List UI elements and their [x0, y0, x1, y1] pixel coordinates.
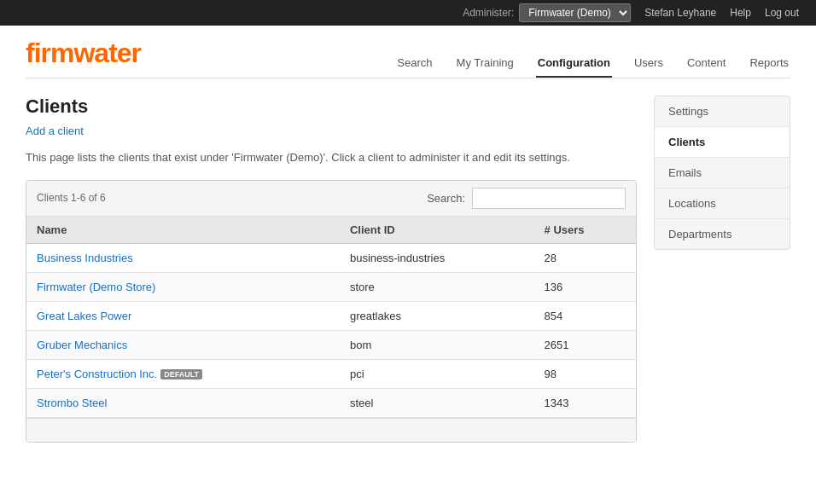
- client-users-cell: 28: [534, 243, 636, 272]
- page-title: Clients: [26, 96, 637, 118]
- administer-label: Administer:: [463, 7, 514, 19]
- nav-item-configuration[interactable]: Configuration: [536, 49, 612, 78]
- nav-item-users[interactable]: Users: [632, 49, 665, 78]
- client-name-cell: Gruber Mechanics: [26, 330, 340, 359]
- client-link[interactable]: Great Lakes Power: [37, 310, 131, 322]
- table-toolbar: Clients 1-6 of 6 Search:: [26, 181, 636, 217]
- table-row: Gruber Mechanicsbom2651: [26, 330, 636, 359]
- clients-table-container: Clients 1-6 of 6 Search: NameClient ID# …: [26, 180, 637, 443]
- client-id-cell: bom: [340, 330, 534, 359]
- table-head: NameClient ID# Users: [26, 217, 636, 244]
- client-users-cell: 1343: [534, 388, 636, 417]
- client-id-cell: pci: [340, 359, 534, 388]
- sidebar-item-locations[interactable]: Locations: [655, 188, 790, 219]
- sidebar-item-clients[interactable]: Clients: [655, 127, 790, 158]
- search-label: Search:: [427, 192, 465, 205]
- client-link[interactable]: Firmwater (Demo Store): [37, 281, 155, 293]
- table-row: Firmwater (Demo Store)store136: [26, 272, 636, 301]
- table-body: Business Industriesbusiness-industries28…: [26, 243, 636, 417]
- page-description: This page lists the clients that exist u…: [26, 149, 637, 166]
- help-link[interactable]: Help: [730, 7, 751, 19]
- add-client-link[interactable]: Add a client: [26, 125, 84, 137]
- user-name: Stefan Leyhane: [644, 7, 716, 19]
- client-link[interactable]: Peter's Construction Inc.: [37, 368, 157, 380]
- client-badge: default: [160, 369, 202, 379]
- client-link[interactable]: Gruber Mechanics: [37, 339, 127, 351]
- clients-table: NameClient ID# Users Business Industries…: [26, 217, 636, 418]
- table-row: Peter's Construction Inc.defaultpci98: [26, 359, 636, 388]
- sidebar-item-settings[interactable]: Settings: [655, 96, 790, 127]
- client-id-cell: greatlakes: [340, 301, 534, 330]
- client-users-cell: 136: [534, 272, 636, 301]
- logout-link[interactable]: Log out: [765, 7, 799, 19]
- table-row: Strombo Steelsteel1343: [26, 388, 636, 417]
- table-count: Clients 1-6 of 6: [37, 192, 106, 204]
- col---users: # Users: [534, 217, 636, 244]
- account-select[interactable]: Firmwater (Demo): [519, 3, 631, 22]
- client-name-cell: Firmwater (Demo Store): [26, 272, 340, 301]
- client-name-cell: Peter's Construction Inc.default: [26, 359, 340, 388]
- client-id-cell: store: [340, 272, 534, 301]
- nav-item-content[interactable]: Content: [685, 49, 728, 78]
- nav-item-my-training[interactable]: My Training: [455, 49, 516, 78]
- client-link[interactable]: Strombo Steel: [37, 397, 107, 409]
- nav-item-search[interactable]: Search: [395, 49, 434, 78]
- client-name-cell: Strombo Steel: [26, 388, 340, 417]
- client-id-cell: steel: [340, 388, 534, 417]
- page-body: Clients Add a client This page lists the…: [0, 78, 816, 460]
- client-name-cell: Great Lakes Power: [26, 301, 340, 330]
- sidebar-item-emails[interactable]: Emails: [655, 158, 790, 188]
- sidebar-item-departments[interactable]: Departments: [655, 219, 790, 249]
- client-link[interactable]: Business Industries: [37, 252, 133, 264]
- search-area: Search:: [427, 188, 626, 209]
- table-row: Business Industriesbusiness-industries28: [26, 243, 636, 272]
- client-users-cell: 2651: [534, 330, 636, 359]
- main-content: Clients Add a client This page lists the…: [26, 96, 637, 443]
- administer-area: Administer: Firmwater (Demo): [463, 3, 631, 22]
- client-id-cell: business-industries: [340, 243, 534, 272]
- client-users-cell: 854: [534, 301, 636, 330]
- nav-item-reports[interactable]: Reports: [748, 49, 790, 78]
- table-header-row: NameClient ID# Users: [26, 217, 636, 244]
- col-client-id: Client ID: [340, 217, 534, 244]
- sidebar: SettingsClientsEmailsLocationsDepartment…: [654, 96, 790, 250]
- table-footer: [26, 418, 636, 442]
- topbar: Administer: Firmwater (Demo) Stefan Leyh…: [0, 0, 816, 26]
- table-row: Great Lakes Powergreatlakes854: [26, 301, 636, 330]
- col-name: Name: [26, 217, 340, 244]
- client-name-cell: Business Industries: [26, 243, 340, 272]
- client-users-cell: 98: [534, 359, 636, 388]
- search-input[interactable]: [472, 188, 626, 209]
